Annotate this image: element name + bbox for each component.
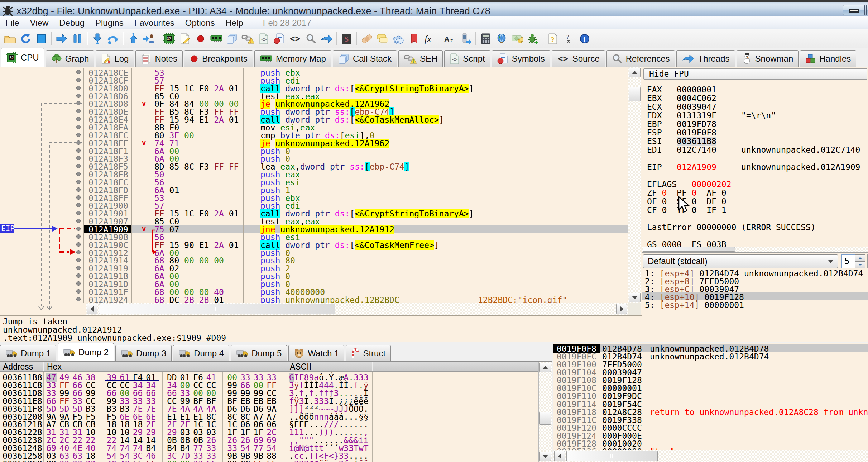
menu-options[interactable]: Options [180, 16, 220, 29]
disasm-row[interactable]: 012A18EC80 3E 00cmp byte ptr ds:[esi],0 [0, 131, 628, 139]
menu-plugins[interactable]: Plugins [90, 16, 129, 29]
disassembly-panel[interactable]: 012A18CE53push ebx012A18CF57push edi012A… [0, 67, 628, 342]
register-lasterror[interactable]: LastError 00000000 (ERROR_SUCCESS) [647, 223, 816, 231]
tab-watch-1[interactable]: Watch 1 [288, 345, 344, 361]
scroll-down-button[interactable] [629, 293, 641, 302]
step-into-button[interactable] [90, 31, 105, 46]
patches-button[interactable] [359, 31, 375, 46]
scroll-thumb[interactable] [629, 87, 641, 101]
stack-row[interactable]: 0019F1140019F54C [553, 400, 868, 408]
ascii-char[interactable]: 3 [304, 459, 309, 462]
disasm-row[interactable]: 012A191B6A 00push 0 [0, 272, 628, 280]
edit-notes-button[interactable] [177, 31, 193, 46]
breakpoint-dot[interactable] [76, 140, 81, 145]
register-eip[interactable]: EIP 012A1909 unknownunpacked.012A1909 [647, 162, 860, 171]
disasm-row[interactable]: 012A190CFF 15 90 E1 2A 01call dword ptr … [0, 240, 628, 248]
ascii-char[interactable]: f [344, 459, 349, 462]
tab-struct[interactable]: Struct [346, 345, 391, 361]
tab-seh[interactable]: !SEH [398, 50, 443, 67]
breakpoint-dot[interactable] [76, 156, 81, 160]
hex-byte[interactable]: 00 [167, 459, 177, 462]
dump-row[interactable]: 003612089A9AF5F5F56E6E6EE1E1E18C8C8CA7A7… [0, 412, 538, 420]
website-globe-button[interactable] [494, 31, 509, 46]
breakpoint-dot[interactable] [76, 101, 81, 105]
hex-byte[interactable]: 40 [119, 459, 130, 462]
breakpoint-dot-button[interactable] [193, 31, 208, 46]
ascii-char[interactable]: ÿ [324, 459, 329, 462]
stack-horizontal-scrollbar[interactable] [553, 450, 868, 462]
tab-graph[interactable]: Graph [46, 50, 95, 67]
hex-byte[interactable]: CC [240, 459, 251, 462]
flags-row[interactable]: CF 0 TF 0 IF 1 [647, 205, 726, 214]
scroll-thumb[interactable] [539, 412, 551, 425]
argument-row[interactable]: 2: [esp+8] 7FFD5000 [642, 277, 868, 285]
hex-byte[interactable]: 33 [72, 459, 83, 462]
hex-byte[interactable]: 66 [206, 459, 217, 462]
menu-file[interactable]: File [0, 16, 25, 29]
breakpoint-dot[interactable] [76, 180, 81, 184]
ascii-char[interactable]: . [289, 459, 294, 462]
strings-az-button[interactable]: Az [442, 31, 458, 46]
scroll-left-button[interactable] [554, 451, 565, 461]
ascii-char[interactable]: Ì [354, 459, 359, 462]
disasm-row[interactable]: 012A18F16A 00push 0 [0, 147, 628, 154]
tab-breakpoints[interactable]: Breakpoints [184, 50, 253, 67]
disasm-row[interactable]: 012A18DEFF B5 8C F3 FF FFpush dword ptr … [0, 107, 628, 115]
tab-handles[interactable]: Handles [800, 50, 856, 67]
maximize-button[interactable] [866, 5, 868, 15]
breakpoint-dot[interactable] [76, 187, 81, 192]
hex-byte[interactable]: FF [266, 459, 277, 462]
breakpoint-dot[interactable] [76, 117, 81, 121]
about-info-button[interactable]: i [577, 31, 593, 46]
ascii-char[interactable]: 3 [294, 459, 299, 462]
run-button[interactable] [54, 31, 69, 46]
disasm-row[interactable]: 012A191F68 00 00 00 40push 40000000 [0, 287, 628, 295]
restart-button[interactable] [18, 31, 34, 46]
tab-symbols[interactable]: Symbols [492, 50, 550, 67]
disasm-vertical-scrollbar[interactable] [628, 67, 641, 303]
pause-button[interactable] [69, 31, 85, 46]
stack-row[interactable]: 0019F0F8012B4D78unknownunpacked.012B4D78 [553, 344, 868, 352]
registers-horizontal-scrollbar[interactable] [642, 247, 868, 252]
breakpoint-dot[interactable] [76, 133, 81, 137]
source-code-button[interactable]: <> [287, 31, 303, 46]
breakpoint-dot[interactable] [76, 70, 81, 74]
breakpoint-dot[interactable] [76, 258, 81, 262]
scroll-thumb[interactable] [643, 247, 735, 252]
stack-row[interactable]: 0019F11C0019F338 [553, 415, 868, 423]
breakpoint-dot[interactable] [76, 250, 81, 254]
menu-view[interactable]: View [25, 16, 54, 29]
register-esp[interactable]: ESP 0019F0F8 [647, 128, 716, 137]
argument-row[interactable]: 4: [esp+10] 0019F128 [642, 292, 868, 300]
ascii-char[interactable]: . [334, 459, 339, 462]
register-ecx[interactable]: ECX 00039047 [647, 102, 716, 111]
stack-row[interactable]: 0019F1200000CCCC [553, 423, 868, 431]
ascii-char[interactable]: ÿ [319, 459, 324, 462]
dump-row[interactable]: 003611F85D5D5DB3B3B37E7E7E4A4A4AD6D6D69A… [0, 404, 538, 412]
flags-row[interactable]: OF 0 SF 0 DF 0 [647, 197, 726, 205]
title-bar[interactable]: x32dbg - File: UnknownUnpacked.exe - PID… [0, 0, 868, 16]
tab-memory-map[interactable]: Memory Map [254, 50, 331, 67]
breakpoint-dot[interactable] [76, 195, 81, 200]
breakpoint-dot[interactable] [76, 94, 81, 98]
breakpoint-dot[interactable] [76, 78, 81, 82]
disasm-row[interactable]: 012A18F36A 00push 0 [0, 154, 628, 162]
comments-button[interactable] [375, 31, 390, 46]
disasm-row[interactable]: 012A19126A 00push 0 [0, 248, 628, 256]
calling-convention-combo[interactable]: Default (stdcall) [643, 254, 838, 268]
disasm-row[interactable]: 012A190785 C0test eax,eax [0, 217, 628, 225]
tab-call-stack[interactable]: Call Stack [333, 50, 397, 67]
dump-row[interactable]: 003612382C2C2222221414140B0B0B2626266969… [0, 435, 538, 443]
hex-byte[interactable]: 88 [46, 459, 57, 462]
scroll-down-button[interactable] [539, 452, 551, 461]
tab-dump-4[interactable]: Dump 4 [173, 345, 229, 361]
stack-row[interactable]: 0019F118012A8C28return to unknownunpacke… [553, 408, 868, 415]
dump-row[interactable]: 003612580363631854543C463C7D33339B9B9B88… [0, 451, 538, 459]
register-ebx[interactable]: EBX 0004C062 [647, 94, 716, 102]
dump-vertical-scrollbar[interactable] [538, 362, 552, 462]
breakpoint-dot[interactable] [76, 273, 81, 278]
dump-row[interactable]: 00361268883333334040FFFF0000336699CCFFFF… [0, 459, 538, 462]
labels-button[interactable] [390, 31, 406, 46]
spin-down-button[interactable] [855, 261, 865, 268]
disasm-row[interactable]: 012A19196A 02push 2 [0, 264, 628, 272]
